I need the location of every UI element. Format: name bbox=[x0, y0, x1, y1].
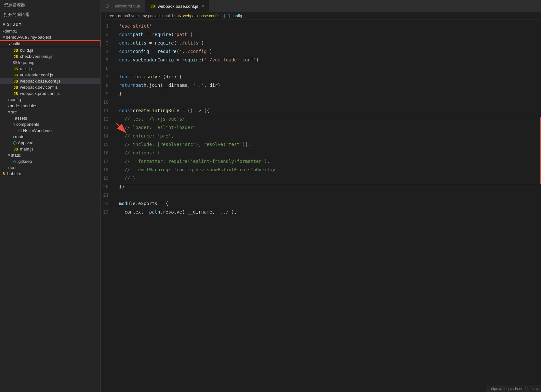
js-file-icon: JS bbox=[13, 48, 19, 53]
folder-label: components bbox=[16, 122, 39, 127]
code-line-5: const vueLoaderConfig = require('./vue-l… bbox=[119, 56, 541, 64]
code-line-19: // } bbox=[119, 174, 541, 182]
file-label: App.vue bbox=[18, 140, 33, 145]
line-num-2: 2 bbox=[101, 30, 112, 39]
line-num-9: 9 bbox=[101, 89, 112, 98]
folder-label: config bbox=[10, 97, 21, 102]
line-numbers: 1234567891011121314151617181920212223 bbox=[101, 20, 116, 392]
folder-label: demo2 bbox=[5, 29, 18, 33]
sidebar: 资源管理器 打开的编辑器 ∨ STUDY › demo2∨ demo3-vue … bbox=[0, 0, 101, 392]
tree-item-static[interactable]: ∨ static bbox=[0, 152, 100, 158]
tree-item-HelloWorld.vue[interactable]: ⬡HelloWorld.vue bbox=[0, 127, 100, 134]
tree-item-demo3-vue[interactable]: ∨ demo3-vue / my-paoject bbox=[0, 34, 100, 40]
line-num-4: 4 bbox=[101, 47, 112, 56]
study-chevron: ∨ bbox=[3, 22, 6, 27]
folder-label: static bbox=[11, 153, 21, 158]
line-num-6: 6 bbox=[101, 64, 112, 72]
tree-item-build.js[interactable]: JSbuild.js bbox=[0, 47, 100, 53]
code-line-14: // enforce: 'pre', bbox=[119, 132, 541, 140]
code-editor: 1234567891011121314151617181920212223 'u… bbox=[101, 20, 541, 392]
folder-label: test bbox=[10, 165, 17, 170]
code-line-12: // test: /\.(js|vue)$/, bbox=[119, 115, 541, 123]
tab-helloworld[interactable]: ⬡ HelloWorld.vue bbox=[101, 0, 145, 12]
tree-item-.babelrc[interactable]: 6.babelrc bbox=[0, 171, 100, 177]
js-file-icon: JS bbox=[13, 85, 19, 90]
tree-item-test[interactable]: › test bbox=[0, 164, 100, 171]
tree-item-vue-loader.conf.js[interactable]: JSvue-loader.conf.js bbox=[0, 72, 100, 78]
chevron-icon: ∨ bbox=[3, 35, 5, 39]
file-label: check-versions.js bbox=[20, 54, 52, 59]
line-num-3: 3 bbox=[101, 39, 112, 47]
js-tab-icon: JS bbox=[150, 4, 156, 8]
tree-item-main.js[interactable]: JSmain.js bbox=[0, 146, 100, 152]
url-bar: https://blog.csdn.net/lin_s_c bbox=[486, 385, 541, 392]
tree-item-webpack.base.conf.js[interactable]: JSwebpack.base.conf.js bbox=[0, 78, 100, 84]
tab-webpack-label: webpack.base.conf.js bbox=[158, 4, 198, 9]
code-line-20: }) bbox=[119, 182, 541, 191]
bc-mypaoject: my-paoject bbox=[141, 14, 161, 18]
tab-close-button[interactable]: × bbox=[202, 4, 204, 9]
code-line-2: const path = require('path') bbox=[119, 30, 541, 39]
code-line-3: const utils = require('./utils') bbox=[119, 39, 541, 47]
img-file-icon: 🖼 bbox=[13, 60, 17, 65]
code-line-18: // emitWarning: !config.dev.showEslintEr… bbox=[119, 165, 541, 174]
code-lines[interactable]: 'use strict'const path = require('path')… bbox=[116, 20, 541, 392]
file-label: HelloWorld.vue bbox=[23, 128, 52, 133]
resource-manager-title: 资源管理器 bbox=[0, 0, 100, 10]
code-line-16: // options: { bbox=[119, 149, 541, 157]
file-label: .babelrc bbox=[6, 171, 21, 176]
tree-item-.gitkeep[interactable]: ◇.gitkeep bbox=[0, 158, 100, 164]
tab-bar: ⬡ HelloWorld.vue JS webpack.base.conf.js… bbox=[101, 0, 541, 12]
line-num-20: 20 bbox=[101, 182, 112, 191]
tree-item-demo2[interactable]: › demo2 bbox=[0, 28, 100, 34]
js-file-icon: JS bbox=[13, 147, 19, 151]
line-num-21: 21 bbox=[101, 191, 112, 199]
code-line-13: // loader: 'eslint-loader', bbox=[119, 123, 541, 132]
tree-item-build[interactable]: ∨ build bbox=[0, 40, 100, 47]
file-label: webpack.prod.conf.js bbox=[20, 91, 59, 96]
bc-config-icon: [⊙] bbox=[224, 14, 230, 18]
tree-item-router[interactable]: › router bbox=[0, 134, 100, 140]
tree-item-utils.js[interactable]: JSutils.js bbox=[0, 66, 100, 72]
line-num-17: 17 bbox=[101, 157, 112, 165]
breadcrumb: three › demo3-vue › my-paoject › build ›… bbox=[101, 12, 541, 20]
tree-item-check-versions.js[interactable]: JScheck-versions.js bbox=[0, 53, 100, 59]
code-content: 1234567891011121314151617181920212223 'u… bbox=[101, 20, 541, 392]
tree-item-config[interactable]: › config bbox=[0, 97, 100, 103]
js-file-icon: JS bbox=[13, 73, 19, 77]
file-label: .gitkeep bbox=[17, 159, 32, 164]
folder-label: src bbox=[11, 110, 17, 114]
folder-label: router bbox=[15, 134, 26, 139]
code-line-8: return path.join(__dirname, '..', dir) bbox=[119, 81, 541, 89]
bc-three: three bbox=[105, 14, 114, 18]
line-num-15: 15 bbox=[101, 140, 112, 149]
folder-label: assets bbox=[15, 116, 27, 121]
line-num-7: 7 bbox=[101, 72, 112, 81]
tree-item-webpack.dev.conf.js[interactable]: JSwebpack.dev.conf.js bbox=[0, 84, 100, 90]
line-num-10: 10 bbox=[101, 98, 112, 106]
tree-item-components[interactable]: ∨ components bbox=[0, 121, 100, 127]
editor-area: ⬡ HelloWorld.vue JS webpack.base.conf.js… bbox=[101, 0, 541, 392]
line-num-12: 12 bbox=[101, 115, 112, 123]
tree-item-App.vue[interactable]: ⬡App.vue bbox=[0, 140, 100, 146]
tree-item-assets[interactable]: › assets bbox=[0, 115, 100, 121]
bc-webpack-file: webpack.base.conf.js bbox=[183, 14, 220, 18]
open-editors-title: 打开的编辑器 bbox=[0, 10, 100, 20]
tree-item-webpack.prod.conf.js[interactable]: JSwebpack.prod.conf.js bbox=[0, 90, 100, 97]
js-file-icon: JS bbox=[13, 79, 19, 84]
file-label: webpack.dev.conf.js bbox=[20, 85, 58, 90]
tree-item-logo.png[interactable]: 🖼logo.png bbox=[0, 59, 100, 66]
tab-webpack-base[interactable]: JS webpack.base.conf.js × bbox=[145, 0, 209, 12]
file-label: vue-loader.conf.js bbox=[20, 72, 53, 77]
tree-item-node_modules[interactable]: › node_modules bbox=[0, 103, 100, 109]
bc-js-icon: JS bbox=[177, 14, 181, 18]
tree-item-src[interactable]: ∨ src bbox=[0, 109, 100, 115]
file-label: main.js bbox=[20, 147, 33, 151]
study-header: ∨ STUDY bbox=[0, 20, 100, 28]
line-num-16: 16 bbox=[101, 149, 112, 157]
code-line-11: const createLintingRule = () => ({ bbox=[119, 106, 541, 115]
tab-helloworld-label: HelloWorld.vue bbox=[112, 4, 140, 8]
chevron-icon: › bbox=[8, 166, 9, 170]
bc-build: build bbox=[165, 14, 173, 18]
vue-file-icon: ⬡ bbox=[13, 140, 17, 145]
